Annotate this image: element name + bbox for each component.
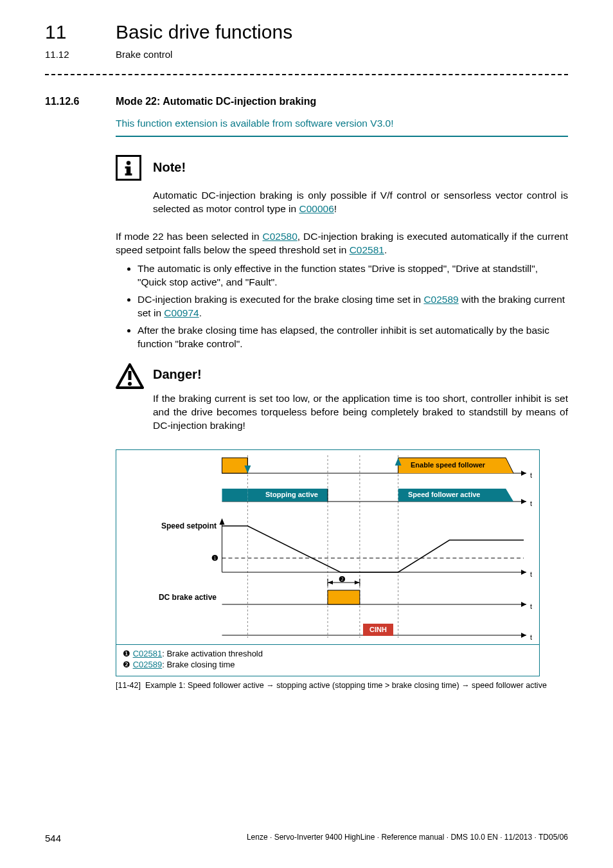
divider-dashed <box>45 74 568 75</box>
link-c02580[interactable]: C02580 <box>263 231 298 242</box>
label-dc-brake-active: DC brake active <box>120 592 217 602</box>
caption-text: Example 1: Speed follower active → stopp… <box>145 681 547 690</box>
marker-2: ❷ <box>339 574 348 583</box>
danger-heading: Danger! <box>153 366 568 383</box>
svg-point-6 <box>128 382 132 386</box>
svg-rect-5 <box>129 371 132 380</box>
axis-t-1: t <box>530 471 532 480</box>
svg-marker-25 <box>220 518 225 525</box>
svg-rect-2 <box>125 167 128 168</box>
figure-caption: [11-42] Example 1: Speed follower active… <box>116 680 568 691</box>
danger-body: If the braking current is set too low, o… <box>153 392 568 433</box>
link-c00974[interactable]: C00974 <box>164 307 199 318</box>
svg-rect-13 <box>222 458 248 473</box>
legend-1-text: : Brake activation threshold <box>162 649 263 658</box>
bullet-3: After the brake closing time has elapsed… <box>138 324 568 351</box>
page-number: 544 <box>45 832 61 845</box>
subchapter-title: Brake control <box>116 48 172 61</box>
axis-t-4: t <box>530 602 532 611</box>
axis-t-3: t <box>530 570 532 579</box>
bullet-list: The automatic is only effective in the f… <box>116 262 568 351</box>
link-legend-c02581[interactable]: C02581 <box>133 649 163 658</box>
link-c02589[interactable]: C02589 <box>423 294 458 305</box>
legend-2-marker: ❷ <box>123 660 133 669</box>
legend-1-marker: ❶ <box>123 649 133 658</box>
badge-stopping-active: Stopping active <box>262 489 322 501</box>
subchapter-number: 11.12 <box>45 48 116 61</box>
divider-blue <box>116 136 568 137</box>
badge-enable-speed-follower: Enable speed follower <box>407 459 489 471</box>
svg-rect-29 <box>328 590 360 604</box>
chapter-title: Basic drive functions <box>116 19 292 46</box>
marker-1: ❶ <box>211 553 220 562</box>
version-note: This function extension is available fro… <box>116 117 568 131</box>
axis-t-5: t <box>530 633 532 642</box>
paragraph-main: If mode 22 has been selected in C02580, … <box>116 230 568 257</box>
svg-marker-23 <box>521 570 526 575</box>
label-speed-setpoint: Speed setpoint <box>120 521 217 531</box>
link-legend-c02589[interactable]: C02589 <box>133 660 163 669</box>
svg-point-0 <box>127 161 131 165</box>
svg-marker-32 <box>355 581 360 584</box>
bullet-2: DC-injection braking is executed for the… <box>138 293 568 320</box>
badge-cinh: CINH <box>363 624 393 636</box>
diagram-legend: ❶ C02581: Brake activation threshold ❷ C… <box>116 644 539 676</box>
danger-icon <box>116 363 144 389</box>
bullet-2a: DC-injection braking is executed for the… <box>138 294 423 305</box>
svg-marker-28 <box>521 602 526 607</box>
legend-2-text: : Brake closing time <box>162 660 235 669</box>
link-c00006[interactable]: C00006 <box>299 203 333 214</box>
svg-marker-36 <box>521 633 526 638</box>
caption-ref: [11-42] <box>116 681 141 690</box>
timing-diagram: Stopping active Speed follower active En… <box>116 449 540 676</box>
svg-marker-12 <box>521 471 526 476</box>
info-icon <box>116 155 141 181</box>
badge-speed-follower-active: Speed follower active <box>404 489 484 501</box>
chapter-number: 11 <box>45 19 116 46</box>
para-text-1: If mode 22 has been selected in <box>116 231 263 242</box>
footer-text: Lenze · Servo-Inverter 9400 HighLine · R… <box>247 832 568 845</box>
para-text-3: . <box>384 244 387 255</box>
link-c02581[interactable]: C02581 <box>350 244 384 255</box>
svg-rect-3 <box>125 174 132 176</box>
section-title: Mode 22: Automatic DC-injection braking <box>116 95 316 109</box>
note-text-1: Automatic DC-injection braking is only p… <box>153 190 568 214</box>
note-text-2: ! <box>334 203 337 214</box>
bullet-1: The automatic is only effective in the f… <box>138 262 568 289</box>
svg-marker-18 <box>521 499 526 504</box>
section-number: 11.12.6 <box>45 95 116 109</box>
note-heading: Note! <box>153 159 568 176</box>
svg-rect-19 <box>222 489 248 502</box>
axis-t-2: t <box>530 499 532 509</box>
svg-marker-31 <box>328 581 333 584</box>
note-body: Automatic DC-injection braking is only p… <box>153 189 568 216</box>
bullet-2c: . <box>199 307 202 318</box>
